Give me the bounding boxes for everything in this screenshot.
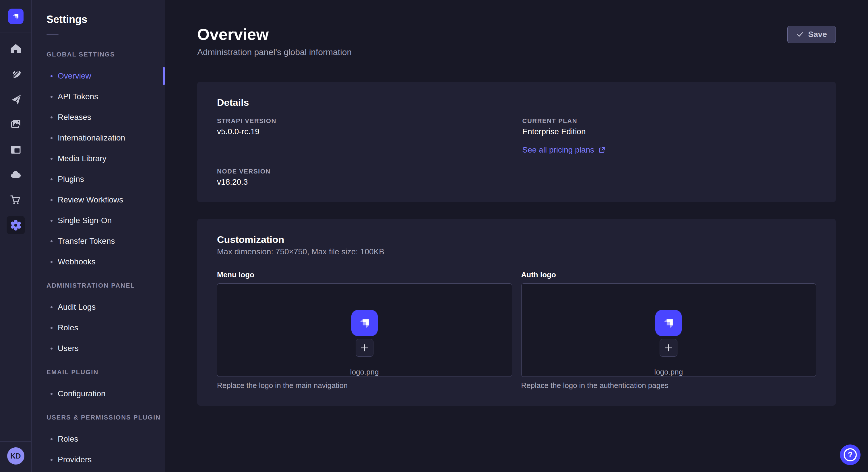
subnav-item-admin-roles[interactable]: Roles [32,317,165,338]
bullet-icon [51,96,53,98]
save-button[interactable]: Save [787,26,836,43]
content-type-builder-button[interactable] [7,140,25,159]
subnav-item-review-workflows[interactable]: Review Workflows [32,190,165,210]
auth-logo-filename: logo.png [654,368,683,376]
auth-logo-add-button[interactable] [660,339,677,357]
subnav-item-plugins[interactable]: Plugins [32,169,165,190]
external-link-icon [598,146,606,154]
pricing-plans-link[interactable]: See all pricing plans [522,145,606,155]
details-col-left: STRAPI VERSION v5.0.0-rc.19 NODE VERSION… [217,117,517,187]
subnav-item-label: Releases [58,113,91,122]
subnav-item-label: Plugins [58,175,84,184]
subnav-item-label: Review Workflows [58,195,123,204]
current-plan-value: Enterprise Edition [522,127,816,137]
page-header-text: Overview Administration panel’s global i… [197,25,352,57]
subnav-item-up-providers[interactable]: Providers [32,449,165,470]
paper-plane-icon [9,93,22,105]
auth-logo-dropzone[interactable]: logo.png [521,283,816,377]
bullet-icon [51,116,53,119]
bullet-icon [51,327,53,329]
subnav-item-admin-users[interactable]: Users [32,338,165,359]
user-avatar[interactable]: KD [7,447,24,465]
releases-button[interactable] [7,90,25,108]
current-plan-field: CURRENT PLAN Enterprise Edition [522,117,816,137]
subnav-item-transfer-tokens[interactable]: Transfer Tokens [32,231,165,251]
page-subtitle: Administration panel’s global informatio… [197,47,352,57]
auth-logo-field: Auth logo [521,270,816,390]
auth-logo-preview [655,310,682,336]
subnav-item-single-sign-on[interactable]: Single Sign-On [32,210,165,231]
auth-logo-hint: Replace the logo in the authentication p… [521,381,816,390]
cart-icon [9,194,22,206]
current-plan-label: CURRENT PLAN [522,117,816,125]
bullet-icon [51,347,53,349]
strapi-logo-icon [355,314,373,332]
subnav-item-releases[interactable]: Releases [32,107,165,128]
strapi-version-field: STRAPI VERSION v5.0.0-rc.19 [217,117,517,137]
main-nav-rail: KD [0,0,32,472]
subnav-item-label: API Tokens [58,92,98,101]
nav-list-users-permissions: Roles Providers [32,429,165,470]
subnav-item-audit-logs[interactable]: Audit Logs [32,297,165,317]
subnav-item-label: Transfer Tokens [58,237,115,246]
menu-logo-dropzone[interactable]: logo.png [217,283,512,377]
customization-card: Customization Max dimension: 750×750, Ma… [197,219,836,406]
save-button-label: Save [808,30,827,39]
subnav-item-overview[interactable]: Overview [32,66,165,86]
plus-icon [360,343,369,352]
bullet-icon [51,199,53,201]
details-card: Details STRAPI VERSION v5.0.0-rc.19 NODE… [197,82,836,202]
subnav-item-label: Providers [58,455,92,464]
section-label-email-plugin: EMAIL PLUGIN [46,369,165,376]
subnav-item-up-roles[interactable]: Roles [32,429,165,449]
help-button[interactable]: ? [840,444,861,465]
menu-logo-field: Menu logo [217,270,512,390]
logo-uploads: Menu logo [217,270,816,390]
subnav-item-label: Roles [58,434,79,444]
subnav-item-label: Single Sign-On [58,216,112,225]
settings-button[interactable] [7,216,25,234]
nav-list-administration-panel: Audit Logs Roles Users [32,297,165,359]
subnav-item-label: Users [58,344,79,353]
menu-logo-label: Menu logo [217,270,512,279]
subnav-item-webhooks[interactable]: Webhooks [32,251,165,272]
node-version-value: v18.20.3 [217,177,517,187]
node-version-label: NODE VERSION [217,168,517,175]
cloud-icon [9,168,22,181]
subnav-item-media-library[interactable]: Media Library [32,148,165,169]
node-version-field: NODE VERSION v18.20.3 [217,168,517,187]
subnav-divider [46,34,59,35]
subnav-item-email-configuration[interactable]: Configuration [32,383,165,404]
menu-logo-filename: logo.png [350,368,379,376]
bullet-icon [51,240,53,242]
home-button[interactable] [7,39,25,58]
subnav-item-label: Webhooks [58,257,96,266]
cloud-button[interactable] [7,165,25,184]
subnav-title: Settings [46,13,165,26]
strapi-version-label: STRAPI VERSION [217,117,517,125]
bullet-icon [51,459,53,461]
subnav-item-label: Overview [58,71,91,80]
marketplace-button[interactable] [7,191,25,209]
customization-card-subtitle: Max dimension: 750×750, Max file size: 1… [217,247,816,257]
bullet-icon [51,393,53,395]
bullet-icon [51,220,53,222]
home-icon [9,42,22,55]
strapi-logo[interactable] [8,9,24,24]
bullet-icon [51,158,53,160]
pricing-plans-link-label: See all pricing plans [522,145,594,155]
nav-list-email-plugin: Configuration [32,383,165,404]
media-library-button[interactable] [7,115,25,133]
menu-logo-hint: Replace the logo in the main navigation [217,381,512,390]
rail-icon-list [7,39,25,234]
subnav-item-internationalization[interactable]: Internationalization [32,128,165,148]
content-manager-button[interactable] [7,65,25,83]
plus-icon [664,343,673,352]
settings-subnav: Settings GLOBAL SETTINGS Overview API To… [32,0,165,472]
menu-logo-add-button[interactable] [355,339,373,357]
subnav-item-api-tokens[interactable]: API Tokens [32,86,165,107]
strapi-logo-icon [660,314,677,332]
bullet-icon [51,137,53,139]
bullet-icon [51,75,53,77]
section-label-administration-panel: ADMINISTRATION PANEL [46,282,165,289]
